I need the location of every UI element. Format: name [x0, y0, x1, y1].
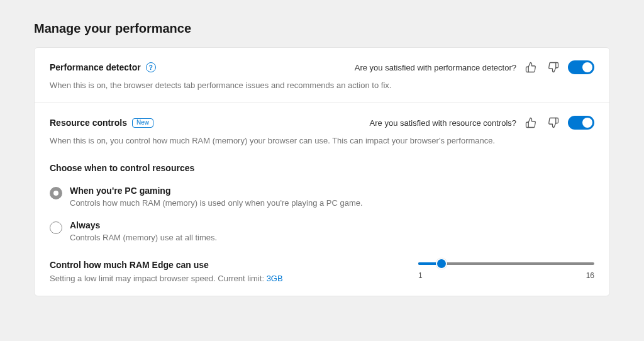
resource-controls-desc: When this is on, you control how much RA…: [50, 136, 594, 145]
radio-text: Always Controls RAM (memory) use at all …: [70, 220, 217, 242]
section-header: Resource controls New Are you satisfied …: [50, 115, 594, 131]
performance-detector-desc: When this is on, the browser detects tab…: [50, 81, 594, 90]
section-title-group: Performance detector ?: [50, 62, 348, 72]
slider-thumb[interactable]: [436, 258, 447, 269]
current-limit-link[interactable]: 3GB: [267, 274, 283, 283]
slider-min: 1: [418, 271, 423, 280]
radio-unselected-icon: [50, 221, 62, 234]
resource-controls-section: Resource controls New Are you satisfied …: [35, 103, 609, 296]
choose-heading: Choose when to control resources: [50, 163, 594, 173]
thumbs-up-icon[interactable]: [523, 115, 539, 131]
slider-text: Control how much RAM Edge can use Settin…: [50, 260, 393, 283]
slider-desc: Setting a low limit may impact browser s…: [50, 274, 393, 283]
radio-text: When you're PC gaming Controls how much …: [70, 186, 363, 208]
thumbs-down-icon[interactable]: [545, 115, 562, 131]
section-title-group: Resource controls New: [50, 118, 364, 128]
radio-selected-icon: [50, 187, 62, 199]
new-badge: New: [132, 118, 153, 128]
thumbs-up-icon[interactable]: [523, 59, 539, 75]
radio-label: Always: [70, 220, 217, 230]
slider-max: 16: [586, 271, 594, 280]
slider-desc-prefix: Setting a low limit may impact browser s…: [50, 274, 267, 283]
performance-card: Performance detector ? Are you satisfied…: [34, 47, 610, 296]
feedback-prompt: Are you satisfied with resource controls…: [370, 118, 516, 128]
resource-controls-toggle[interactable]: [568, 116, 594, 130]
resource-controls-title: Resource controls: [50, 118, 127, 128]
feedback-prompt: Are you satisfied with performance detec…: [355, 63, 516, 72]
help-icon[interactable]: ?: [146, 62, 156, 72]
section-header: Performance detector ? Are you satisfied…: [50, 59, 594, 75]
thumbs-down-icon[interactable]: [545, 59, 562, 75]
slider-labels: 1 16: [418, 271, 594, 280]
radio-desc: Controls how much RAM (memory) is used o…: [70, 198, 363, 208]
radio-label: When you're PC gaming: [70, 186, 363, 196]
ram-slider[interactable]: 1 16: [418, 260, 594, 280]
performance-detector-title: Performance detector: [50, 62, 141, 72]
slider-title: Control how much RAM Edge can use: [50, 260, 393, 270]
radio-option-gaming[interactable]: When you're PC gaming Controls how much …: [50, 186, 594, 208]
performance-detector-toggle[interactable]: [568, 60, 594, 74]
page-title: Manage your performance: [0, 0, 644, 47]
performance-detector-section: Performance detector ? Are you satisfied…: [35, 48, 609, 103]
slider-track: [418, 262, 594, 265]
radio-option-always[interactable]: Always Controls RAM (memory) use at all …: [50, 220, 594, 242]
ram-slider-row: Control how much RAM Edge can use Settin…: [50, 260, 594, 283]
radio-desc: Controls RAM (memory) use at all times.: [70, 233, 217, 242]
